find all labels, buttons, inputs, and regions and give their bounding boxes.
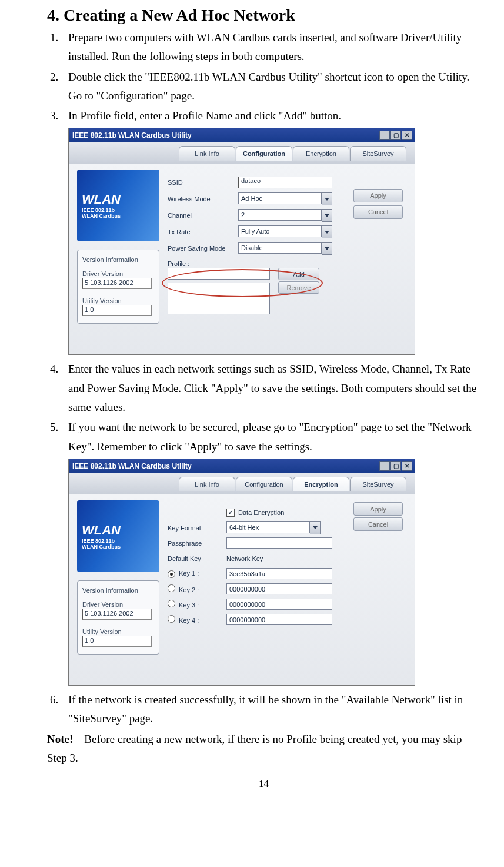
apply-button[interactable]: Apply	[353, 189, 403, 202]
cancel-button[interactable]: Cancel	[353, 205, 403, 219]
keyformat-value: 64-bit Hex	[226, 521, 310, 533]
step-4: Enter the values in each network setting…	[61, 360, 480, 417]
psm-label: Power Saving Mode	[168, 245, 238, 252]
page-number: 14	[47, 778, 480, 790]
step-1: Prepare two computers with WLAN Cardbus …	[61, 28, 480, 67]
utility-version-value: 1.0	[82, 636, 152, 647]
tab-configuration[interactable]: Configuration	[236, 477, 292, 491]
version-info-panel: Version Information Driver Version 5.103…	[77, 580, 159, 655]
key4-label: Key 4 :	[179, 617, 199, 624]
logo-sub1: IEEE 802.11b	[82, 538, 155, 544]
driver-version-value: 5.103.1126.2002	[82, 609, 152, 620]
psm-value: Disable	[238, 242, 322, 254]
tab-linkinfo[interactable]: Link Info	[179, 146, 235, 161]
chevron-down-icon[interactable]	[310, 521, 321, 534]
ssid-label: SSID	[168, 179, 238, 186]
cancel-button[interactable]: Cancel	[353, 517, 403, 531]
step-6: If the network is created successfully, …	[61, 690, 480, 729]
logo-sub2: WLAN Cardbus	[82, 213, 155, 219]
wireless-mode-label: Wireless Mode	[168, 195, 238, 202]
keyformat-label: Key Format	[168, 524, 226, 532]
ssid-input[interactable]: dataco	[238, 177, 332, 188]
networkkey-label: Network Key	[226, 555, 263, 562]
window-titlebar[interactable]: IEEE 802.11b WLAN Cardbus Utility _ ▢ ✕	[69, 128, 415, 142]
driver-version-label: Driver Version	[82, 270, 154, 277]
driver-version-value: 5.103.1126.2002	[82, 278, 152, 289]
step-2: Double click the "IEEE802.11b WLAN Cardb…	[61, 68, 480, 106]
defaultkey-label: Default Key	[168, 555, 226, 562]
txrate-value: Fully Auto	[238, 225, 322, 237]
key4-input[interactable]: 0000000000	[226, 614, 332, 625]
close-icon[interactable]: ✕	[402, 461, 412, 471]
version-header: Version Information	[82, 587, 154, 594]
step-5: If you want the network to be secured, p…	[61, 418, 480, 456]
key1-label: Key 1 :	[179, 570, 199, 577]
channel-value: 2	[238, 209, 322, 221]
chevron-down-icon[interactable]	[322, 242, 332, 255]
key4-radio[interactable]	[168, 615, 175, 623]
maximize-icon[interactable]: ▢	[390, 131, 401, 140]
chevron-down-icon[interactable]	[322, 209, 332, 222]
apply-button[interactable]: Apply	[353, 502, 403, 516]
profile-list[interactable]	[168, 283, 270, 314]
minimize-icon[interactable]: _	[379, 461, 390, 471]
tab-row: Link Info Configuration Encryption SiteS…	[69, 473, 415, 494]
driver-version-label: Driver Version	[82, 601, 154, 608]
keyformat-select[interactable]: 64-bit Hex	[226, 521, 321, 534]
tab-sitesurvey[interactable]: SiteSurvey	[350, 477, 406, 491]
key3-input[interactable]: 0000000000	[226, 599, 332, 610]
chevron-down-icon[interactable]	[322, 225, 332, 238]
minimize-icon[interactable]: _	[379, 131, 390, 140]
wireless-mode-value: Ad Hoc	[238, 192, 322, 204]
profile-name-input[interactable]	[168, 268, 270, 280]
note-label: Note!	[47, 733, 73, 745]
key2-input[interactable]: 0000000000	[226, 583, 332, 594]
utility-version-label: Utility Version	[82, 297, 154, 304]
key2-label: Key 2 :	[179, 586, 199, 593]
window-titlebar[interactable]: IEEE 802.11b WLAN Cardbus Utility _ ▢ ✕	[69, 459, 415, 473]
passphrase-input[interactable]	[226, 537, 332, 549]
brand-logo: WLAN IEEE 802.11b WLAN Cardbus	[77, 500, 159, 572]
utility-version-value: 1.0	[82, 305, 152, 316]
tab-configuration[interactable]: Configuration	[236, 146, 292, 161]
close-icon[interactable]: ✕	[402, 131, 412, 140]
version-header: Version Information	[82, 256, 154, 263]
channel-select[interactable]: 2	[238, 209, 332, 222]
tab-encryption[interactable]: Encryption	[293, 477, 349, 491]
channel-label: Channel	[168, 212, 238, 219]
key3-radio[interactable]	[168, 600, 175, 607]
page-heading: 4. Creating a New Ad Hoc Network	[47, 6, 480, 25]
passphrase-label: Passphrase	[168, 540, 226, 547]
data-encryption-checkbox[interactable]: ✔	[226, 509, 235, 517]
tab-encryption[interactable]: Encryption	[293, 146, 349, 161]
txrate-select[interactable]: Fully Auto	[238, 225, 332, 238]
step-3: In Profile field, enter a Profile Name a…	[61, 107, 480, 125]
key3-label: Key 3 :	[179, 602, 199, 609]
txrate-label: Tx Rate	[168, 228, 238, 235]
logo-text: WLAN	[82, 523, 155, 538]
tab-row: Link Info Configuration Encryption SiteS…	[69, 142, 415, 164]
data-encryption-label: Data Encryption	[238, 509, 284, 516]
key2-radio[interactable]	[168, 584, 175, 592]
utility-window-encryption: IEEE 802.11b WLAN Cardbus Utility _ ▢ ✕ …	[68, 459, 415, 686]
brand-logo: WLAN IEEE 802.11b WLAN Cardbus	[77, 170, 159, 241]
add-button[interactable]: Add	[278, 268, 319, 280]
remove-button[interactable]: Remove	[278, 281, 319, 294]
utility-version-label: Utility Version	[82, 628, 154, 635]
utility-window-configuration: IEEE 802.11b WLAN Cardbus Utility _ ▢ ✕ …	[68, 128, 415, 355]
version-info-panel: Version Information Driver Version 5.103…	[77, 250, 159, 324]
tab-linkinfo[interactable]: Link Info	[179, 477, 235, 491]
psm-select[interactable]: Disable	[238, 242, 332, 255]
logo-sub1: IEEE 802.11b	[82, 207, 155, 213]
window-title: IEEE 802.11b WLAN Cardbus Utility	[72, 131, 192, 139]
chevron-down-icon[interactable]	[322, 192, 332, 205]
wireless-mode-select[interactable]: Ad Hoc	[238, 192, 332, 205]
logo-text: WLAN	[82, 192, 155, 207]
key1-radio[interactable]	[168, 570, 175, 578]
maximize-icon[interactable]: ▢	[390, 461, 401, 471]
tab-sitesurvey[interactable]: SiteSurvey	[350, 146, 406, 161]
note-line: Note! Before creating a new network, if …	[47, 730, 480, 768]
note-text: Before creating a new network, if there …	[47, 733, 462, 764]
key1-input[interactable]: 3ee35b3a1a	[226, 568, 332, 579]
window-title: IEEE 802.11b WLAN Cardbus Utility	[72, 462, 192, 470]
